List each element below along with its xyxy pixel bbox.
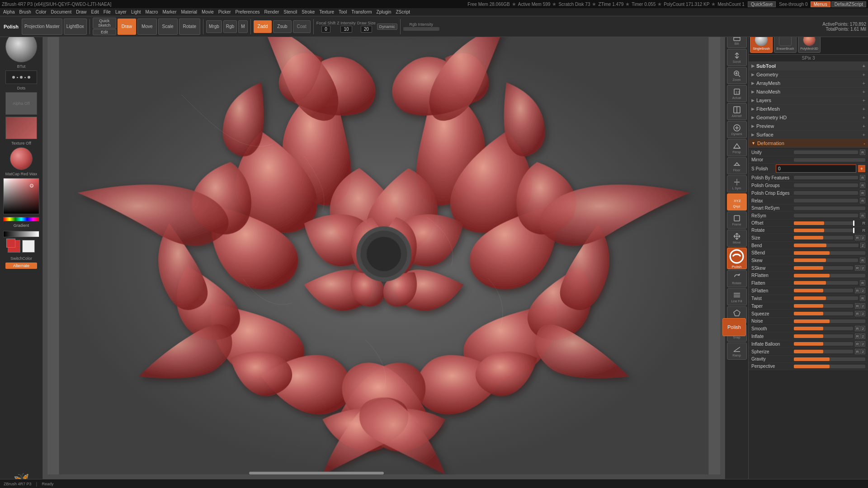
- flatten-slider[interactable]: [794, 281, 858, 285]
- canvas-inner[interactable]: [47, 33, 720, 474]
- lightbox-button[interactable]: LightBox: [64, 19, 87, 35]
- spherize-btn-2[interactable]: 2: [861, 349, 865, 354]
- inflate-slider[interactable]: [794, 334, 853, 338]
- smooth-btn-r[interactable]: R: [855, 326, 860, 331]
- polish-crisp-edges-slider[interactable]: [794, 191, 858, 195]
- menu-marker[interactable]: Marker: [160, 9, 179, 14]
- unify-slider[interactable]: [794, 150, 858, 154]
- polish-features-btn[interactable]: R: [860, 175, 865, 180]
- menu-layer[interactable]: Layer: [113, 9, 129, 14]
- default-script-button[interactable]: DefaultZScript: [831, 1, 866, 7]
- background-color-swatch[interactable]: [22, 240, 35, 253]
- twist-slider[interactable]: [794, 296, 858, 300]
- quick-save-button[interactable]: QuickSave: [748, 1, 776, 7]
- subtool-header[interactable]: ▶ SubTool +: [749, 62, 868, 70]
- smooth-slider[interactable]: [794, 327, 853, 330]
- color-picker-area[interactable]: [3, 178, 39, 214]
- mirror-slider[interactable]: [794, 158, 865, 162]
- skew-slider[interactable]: [794, 258, 858, 262]
- menu-alpha[interactable]: Alpha: [1, 9, 17, 14]
- menu-color[interactable]: Color: [33, 9, 49, 14]
- offset-slider[interactable]: [794, 221, 854, 225]
- resym-slider[interactable]: [794, 214, 858, 217]
- relax-slider[interactable]: [794, 199, 858, 202]
- noise-slider[interactable]: [794, 319, 865, 323]
- menu-tool[interactable]: Tool: [336, 9, 349, 14]
- rotate-deform-slider[interactable]: [794, 229, 854, 232]
- resym-btn[interactable]: R: [860, 213, 865, 218]
- polish-groups-btn[interactable]: R: [860, 183, 865, 188]
- mrgb-button[interactable]: Mrgb: [206, 20, 222, 33]
- projection-master-button[interactable]: Projection Master: [22, 19, 62, 35]
- squeeze-btn-r[interactable]: R: [855, 311, 860, 316]
- polish-main-button[interactable]: Polish: [722, 318, 746, 336]
- menu-macro[interactable]: Macro: [143, 9, 160, 14]
- polish-icon-button[interactable]: Polish: [727, 248, 747, 269]
- menu-render[interactable]: Render: [262, 9, 282, 14]
- menu-transform[interactable]: Transform: [349, 9, 374, 14]
- sbend-slider[interactable]: [794, 251, 865, 255]
- polish-crisp-btn[interactable]: R: [860, 190, 865, 196]
- fibermesh-section-header[interactable]: ▶ FiberMesh +: [749, 105, 868, 113]
- zoom-button[interactable]: Zoom: [727, 67, 747, 84]
- edit-button[interactable]: Edit: [93, 29, 116, 35]
- canvas-scrollbar-h[interactable]: [249, 472, 384, 474]
- spherize-btn-r[interactable]: R: [855, 349, 860, 354]
- polish-input-plus[interactable]: +: [858, 165, 865, 172]
- dynamic-button[interactable]: Dynamic: [377, 23, 397, 30]
- menu-texture[interactable]: Texture: [317, 9, 336, 14]
- rotate-button[interactable]: Rotate: [179, 19, 200, 35]
- rflatten-slider[interactable]: [794, 274, 865, 277]
- menu-preferences[interactable]: Preferences: [233, 9, 262, 14]
- sskew-btn-r[interactable]: R: [855, 265, 860, 271]
- texture-preview[interactable]: [5, 117, 37, 139]
- move-button[interactable]: Move: [137, 19, 156, 35]
- draw-size-value[interactable]: 20: [361, 26, 372, 33]
- linefill-button[interactable]: Line Fill: [727, 288, 747, 305]
- bend-slider[interactable]: [794, 244, 859, 247]
- inflate-btn-2[interactable]: 2: [861, 333, 865, 339]
- coat-button[interactable]: Coat: [293, 20, 311, 33]
- dots-preview-area[interactable]: [5, 70, 37, 84]
- size-btn-2[interactable]: 2: [861, 235, 865, 240]
- scale-button[interactable]: Scale: [158, 19, 178, 35]
- squeeze-btn-2[interactable]: 2: [861, 311, 865, 316]
- lsym-button[interactable]: L Sym: [727, 175, 747, 192]
- menu-light[interactable]: Light: [129, 9, 143, 14]
- perspective-slider[interactable]: [794, 365, 865, 368]
- menu-zscript[interactable]: ZScript: [393, 9, 412, 14]
- zadd-button[interactable]: Zadd: [254, 20, 272, 33]
- menu-material[interactable]: Material: [179, 9, 200, 14]
- matcap-preview[interactable]: [10, 147, 33, 170]
- twist-btn[interactable]: R: [860, 296, 865, 301]
- menu-document[interactable]: Document: [49, 9, 74, 14]
- hue-slider[interactable]: [3, 217, 39, 221]
- inflate-balloon-slider[interactable]: [794, 342, 853, 346]
- menu-stencil[interactable]: Stencil: [281, 9, 299, 14]
- polish-deform-input[interactable]: [776, 164, 856, 173]
- deformation-section-header[interactable]: ▼ Deformation -: [749, 139, 868, 148]
- floor-button[interactable]: Floor: [727, 157, 747, 174]
- foreground-color-swatch[interactable]: [8, 240, 20, 253]
- sskew-btn-2[interactable]: 2: [861, 265, 865, 271]
- rgb-intensity-slider[interactable]: [403, 27, 439, 31]
- flatten-btn[interactable]: R: [860, 280, 865, 286]
- rgb-button[interactable]: Rgb: [223, 20, 237, 33]
- persp-button[interactable]: Persp: [727, 139, 747, 156]
- menu-file[interactable]: File: [101, 9, 113, 14]
- zsub-button[interactable]: Zsub: [273, 20, 291, 33]
- surface-section-header[interactable]: ▶ Surface +: [749, 131, 868, 139]
- geometry-hd-section-header[interactable]: ▶ Geometry HD +: [749, 113, 868, 122]
- alternate-button[interactable]: Alternate: [5, 263, 37, 269]
- actual-button[interactable]: 1:1 Actual: [727, 85, 747, 102]
- smooth-btn-2[interactable]: 2: [861, 326, 865, 331]
- frame-button[interactable]: Frame: [727, 211, 747, 229]
- geometry-section-header[interactable]: ▶ Geometry +: [749, 70, 868, 79]
- squeeze-slider[interactable]: [794, 312, 853, 315]
- sflatten-slider[interactable]: [794, 289, 853, 292]
- gravity-slider[interactable]: [794, 357, 865, 361]
- nanomesh-section-header[interactable]: ▶ NanoMesh +: [749, 88, 868, 96]
- bend-btn[interactable]: Z: [860, 243, 865, 248]
- m-button[interactable]: M: [238, 20, 247, 33]
- alpha-preview[interactable]: Alpha Off: [5, 92, 37, 115]
